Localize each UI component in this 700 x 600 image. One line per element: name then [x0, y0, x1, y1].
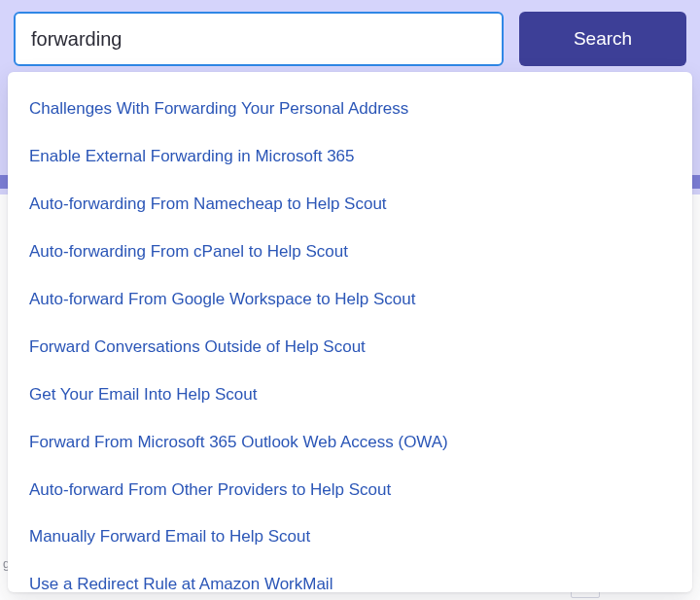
search-suggestions-dropdown: Challenges With Forwarding Your Personal…	[8, 72, 692, 592]
suggestion-item[interactable]: Auto-forwarding From Namecheap to Help S…	[8, 181, 692, 229]
suggestion-item[interactable]: Enable External Forwarding in Microsoft …	[8, 133, 692, 181]
suggestion-item[interactable]: Use a Redirect Rule at Amazon WorkMail	[8, 561, 692, 592]
search-button[interactable]: Search	[519, 12, 686, 66]
suggestion-item[interactable]: Auto-forward From Google Workspace to He…	[8, 276, 692, 324]
suggestion-item[interactable]: Get Your Email Into Help Scout	[8, 371, 692, 419]
suggestion-item[interactable]: Forward Conversations Outside of Help Sc…	[8, 324, 692, 371]
suggestion-item[interactable]: Auto-forwarding From cPanel to Help Scou…	[8, 229, 692, 276]
suggestion-item[interactable]: Auto-forward From Other Providers to Hel…	[8, 467, 692, 514]
search-input[interactable]	[14, 12, 504, 66]
suggestion-item[interactable]: Challenges With Forwarding Your Personal…	[8, 86, 692, 133]
suggestion-item[interactable]: Forward From Microsoft 365 Outlook Web A…	[8, 419, 692, 467]
suggestion-item[interactable]: Manually Forward Email to Help Scout	[8, 513, 692, 561]
search-row: Search	[0, 0, 700, 66]
